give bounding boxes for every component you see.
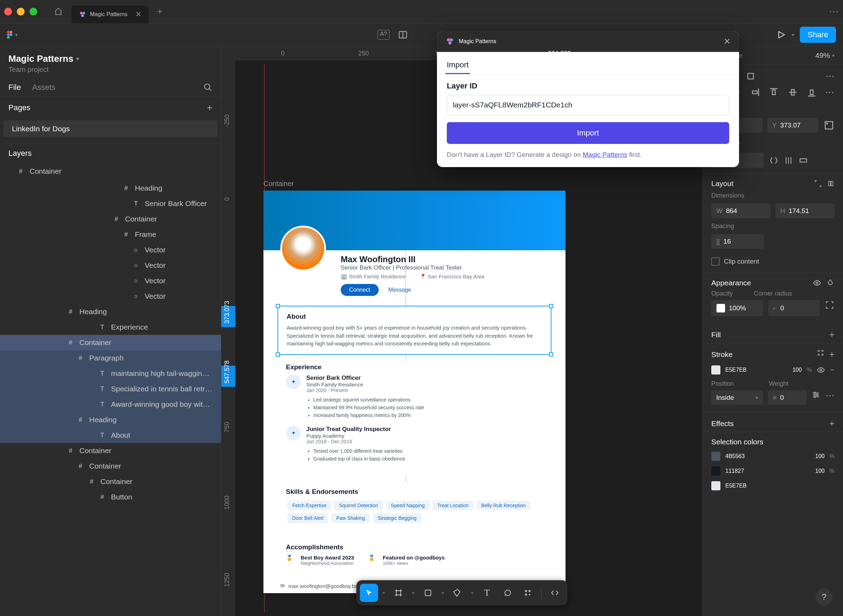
stroke-weight-input[interactable]: ≡0 xyxy=(768,390,806,405)
overflow-menu-icon[interactable]: ⋯ xyxy=(829,6,839,17)
dev-mode-tool[interactable] xyxy=(546,584,564,602)
layer-row[interactable]: #Paragraph xyxy=(0,350,221,366)
layer-row[interactable]: #Heading xyxy=(0,304,221,320)
comment-tool[interactable] xyxy=(499,584,517,602)
actions-tool[interactable] xyxy=(519,584,537,602)
layer-row[interactable]: ○Vector xyxy=(0,273,221,289)
file-tab[interactable]: Magic Patterns ✕ xyxy=(72,6,149,23)
close-tab-icon[interactable]: ✕ xyxy=(135,10,141,19)
stroke-swatch[interactable] xyxy=(711,365,721,374)
close-modal-button[interactable]: ✕ xyxy=(724,37,731,46)
zoom-display[interactable]: 49%▾ xyxy=(815,51,834,60)
maximize-window-button[interactable] xyxy=(29,8,37,15)
width-input[interactable]: W864 xyxy=(711,204,771,218)
color-swatch[interactable] xyxy=(711,452,721,461)
new-tab-button[interactable]: + xyxy=(153,6,167,17)
panel-toggle-icon[interactable] xyxy=(398,30,408,40)
frame-tool[interactable] xyxy=(390,584,408,602)
clip-content-checkbox[interactable] xyxy=(711,257,720,266)
project-title[interactable]: Magic Patterns ▾ xyxy=(9,53,212,64)
layer-row[interactable]: ○Vector xyxy=(0,289,221,304)
stroke-style-icon[interactable] xyxy=(817,349,824,356)
flip-h-icon[interactable] xyxy=(769,155,779,165)
color-swatch[interactable] xyxy=(711,481,721,490)
layer-row[interactable]: ○Vector xyxy=(0,258,221,273)
layer-row[interactable]: #Button xyxy=(0,489,221,505)
eye-icon[interactable] xyxy=(813,279,821,287)
chevron-down-icon[interactable]: ▾ xyxy=(469,584,476,602)
layer-row[interactable]: TAward-winning good boy with 5+... xyxy=(0,397,221,412)
layer-row[interactable]: #Container xyxy=(0,474,221,489)
remove-stroke-button[interactable]: − xyxy=(830,365,834,374)
layer-row[interactable]: TAbout xyxy=(0,428,221,443)
stroke-settings-icon[interactable] xyxy=(811,390,821,399)
about-section[interactable]: About Award-winning good boy with 5+ yea… xyxy=(278,306,552,355)
layer-row[interactable]: Tmaintaining high tail-wagging me... xyxy=(0,366,221,381)
opacity-input[interactable]: 100% xyxy=(711,300,763,316)
y-input[interactable]: Y373.07 xyxy=(768,118,819,133)
add-stroke-button[interactable]: + xyxy=(829,349,834,360)
text-tool[interactable]: T xyxy=(478,584,496,602)
corner-radius-input[interactable]: ⌐0 xyxy=(768,300,820,316)
magic-patterns-link[interactable]: Magic Patterns xyxy=(583,151,627,158)
droplet-icon[interactable] xyxy=(826,279,834,287)
artboard[interactable]: Max Woofington III Senior Bark Officer |… xyxy=(263,191,565,593)
artboard-label[interactable]: Container xyxy=(263,180,699,188)
move-tool[interactable] xyxy=(360,584,378,602)
more-icon[interactable]: ⋯ xyxy=(825,87,834,98)
chevron-down-icon[interactable]: ▾ xyxy=(380,584,387,602)
layer-row[interactable]: # Container xyxy=(0,164,221,179)
layer-row[interactable]: #Heading xyxy=(0,180,221,196)
collapse-icon[interactable] xyxy=(814,180,822,188)
message-button[interactable]: Message xyxy=(384,284,415,296)
eye-icon[interactable] xyxy=(817,366,825,374)
more-transform-icon[interactable] xyxy=(798,155,808,165)
align-square-icon[interactable] xyxy=(745,70,756,82)
import-button[interactable]: Import xyxy=(447,122,729,144)
stroke-hex[interactable]: E5E7EB xyxy=(725,367,787,373)
import-tab[interactable]: Import xyxy=(446,57,470,74)
color-opacity[interactable]: 100 xyxy=(815,468,825,474)
play-chevron-icon[interactable]: ▾ xyxy=(792,32,794,38)
flip-v-icon[interactable] xyxy=(784,155,793,165)
color-hex[interactable]: E5E7EB xyxy=(725,483,834,489)
add-effect-button[interactable]: + xyxy=(829,418,834,429)
color-opacity[interactable]: 100 xyxy=(815,453,825,459)
play-icon[interactable] xyxy=(776,30,786,40)
color-swatch[interactable] xyxy=(711,466,721,475)
pen-tool[interactable] xyxy=(449,584,467,602)
add-fill-button[interactable]: + xyxy=(829,329,834,340)
chevron-down-icon[interactable]: ▾ xyxy=(410,584,417,602)
file-tab-button[interactable]: File xyxy=(9,83,21,92)
layer-row[interactable]: #Container xyxy=(0,335,221,350)
search-icon[interactable] xyxy=(203,83,212,92)
share-button[interactable]: Share xyxy=(800,27,836,43)
layer-row[interactable]: TExperience xyxy=(0,320,221,335)
minimize-window-button[interactable] xyxy=(17,8,25,15)
home-button[interactable] xyxy=(48,4,69,19)
layer-row[interactable]: TSpecialized in tennis ball retrieva... xyxy=(0,381,221,397)
connect-button[interactable]: Connect xyxy=(341,284,379,296)
stroke-opacity[interactable]: 100 xyxy=(792,367,802,373)
chevron-down-icon[interactable]: ▾ xyxy=(440,584,446,602)
align-vcenter-icon[interactable] xyxy=(787,87,798,98)
align-bottom-icon[interactable] xyxy=(806,87,817,98)
spacing-input[interactable]: ]​[16 xyxy=(711,234,764,249)
layout-grid-icon[interactable] xyxy=(827,180,834,188)
add-page-button[interactable]: + xyxy=(207,102,212,113)
expand-corners-icon[interactable] xyxy=(825,300,834,310)
layer-row[interactable]: #Container xyxy=(0,458,221,474)
layer-row[interactable]: ○Vector xyxy=(0,242,221,258)
layer-row[interactable]: #Container xyxy=(0,211,221,227)
height-input[interactable]: H174.51 xyxy=(775,204,835,218)
stroke-more-icon[interactable]: ⋯ xyxy=(825,390,834,405)
help-button[interactable]: ? xyxy=(816,589,833,606)
layer-row[interactable]: #Heading xyxy=(0,412,221,428)
assets-tab-button[interactable]: Assets xyxy=(32,83,55,92)
color-hex[interactable]: 4B5563 xyxy=(725,453,810,459)
align-right-icon[interactable] xyxy=(749,87,761,98)
a-icon[interactable]: A? xyxy=(378,30,390,40)
align-top-icon[interactable] xyxy=(768,87,780,98)
close-window-button[interactable] xyxy=(4,8,12,15)
page-item[interactable]: LinkedIn for Dogs xyxy=(3,120,218,137)
